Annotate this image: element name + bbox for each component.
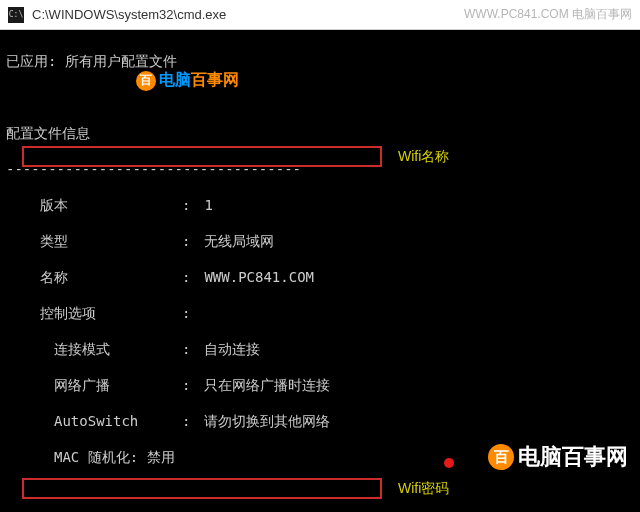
section-profile-header: 配置文件信息 bbox=[6, 124, 634, 142]
row-connmode-value: 自动连接 bbox=[204, 340, 260, 358]
titlebar[interactable]: C:\ C:\WINDOWS\system32\cmd.exe WWW.PC84… bbox=[0, 0, 640, 30]
row-netbroadcast-label: 网络广播 bbox=[6, 376, 182, 394]
row-type-label: 类型 bbox=[6, 232, 182, 250]
red-dot-icon bbox=[444, 458, 454, 468]
row-name-label: 名称 bbox=[6, 268, 182, 286]
site-logo-bottom-text: 电脑百事网 bbox=[518, 442, 628, 472]
row-autoswitch-label: AutoSwitch bbox=[6, 412, 182, 430]
row-type-value: 无线局域网 bbox=[204, 232, 274, 250]
cmd-icon: C:\ bbox=[8, 7, 24, 23]
row-macrandom-label: MAC 随机化: 禁用 bbox=[6, 448, 182, 466]
row-name-value: WWW.PC841.COM bbox=[204, 268, 314, 286]
row-autoswitch-value: 请勿切换到其他网络 bbox=[204, 412, 330, 430]
row-version-label: 版本 bbox=[6, 196, 182, 214]
row-netbroadcast-value: 只在网络广播时连接 bbox=[204, 376, 330, 394]
divider: ----------------------------------- bbox=[6, 160, 634, 178]
annotation-wifi-name: Wifi名称 bbox=[398, 148, 449, 166]
globe-icon: 百 bbox=[488, 444, 514, 470]
applied-line: 已应用: 所有用户配置文件 bbox=[6, 52, 634, 70]
globe-icon: 百 bbox=[136, 71, 156, 91]
site-logo-top: 百 电脑百事网 bbox=[136, 70, 239, 91]
terminal-output: 已应用: 所有用户配置文件 配置文件信息 -------------------… bbox=[0, 30, 640, 512]
row-version-value: 1 bbox=[204, 196, 212, 214]
window-title: C:\WINDOWS\system32\cmd.exe bbox=[32, 7, 464, 22]
annotation-wifi-password: Wifi密码 bbox=[398, 480, 449, 498]
site-watermark: WWW.PC841.COM 电脑百事网 bbox=[464, 6, 632, 23]
site-logo-bottom: 百 电脑百事网 bbox=[488, 442, 628, 472]
row-ctrlopt-label: 控制选项 bbox=[6, 304, 182, 322]
row-connmode-label: 连接模式 bbox=[6, 340, 182, 358]
